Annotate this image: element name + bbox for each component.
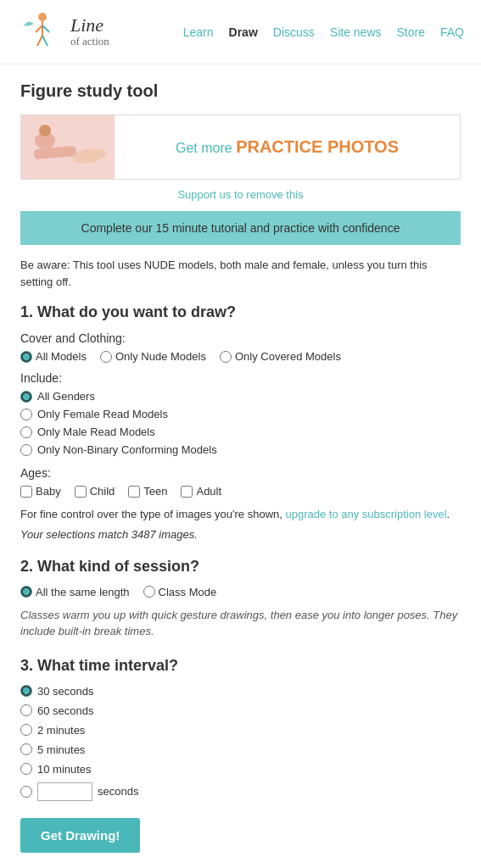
time-30s-radio[interactable] — [20, 685, 32, 697]
section-2-title: 2. What kind of session? — [20, 558, 461, 576]
svg-line-3 — [42, 25, 49, 32]
age-child-checkbox[interactable] — [75, 486, 87, 498]
session-class-radio[interactable] — [143, 586, 155, 598]
time-10m-radio[interactable] — [20, 763, 32, 775]
cover-covered-radio[interactable] — [220, 351, 232, 363]
logo[interactable]: Line of action — [17, 8, 109, 55]
age-child-label: Child — [90, 485, 115, 498]
gender-nonbinary-radio[interactable] — [20, 444, 32, 456]
cover-covered-models[interactable]: Only Covered Models — [220, 350, 341, 363]
ad-support: Support us to remove this — [20, 188, 461, 201]
get-drawing-button[interactable]: Get Drawing! — [20, 818, 140, 853]
age-adult[interactable]: Adult — [181, 485, 221, 498]
ages-options: Baby Child Teen Adult — [20, 485, 461, 498]
tutorial-text: Complete our 15 minute tutorial and prac… — [81, 221, 400, 235]
cover-nude-models[interactable]: Only Nude Models — [100, 350, 206, 363]
logo-text: Line of action — [70, 15, 109, 47]
time-60s-label: 60 seconds — [37, 704, 94, 717]
gender-male-label: Only Male Read Models — [37, 426, 155, 438]
section-2: 2. What kind of session? All the same le… — [20, 558, 461, 640]
time-5m-radio[interactable] — [20, 743, 32, 755]
cover-all-radio[interactable] — [20, 351, 32, 363]
main-content: Figure study tool Get more PRACTICE PHOT… — [0, 64, 481, 868]
cover-covered-label: Only Covered Models — [235, 350, 341, 363]
session-same-label: All the same length — [36, 586, 130, 598]
upgrade-link[interactable]: upgrade to any subscription level — [285, 508, 446, 520]
cover-nude-label: Only Nude Models — [115, 350, 206, 363]
selections-match: Your selections match 3487 images. — [20, 528, 461, 541]
cover-label: Cover and Clothing: — [20, 331, 461, 345]
time-2m-radio[interactable] — [20, 724, 32, 736]
include-all-genders[interactable]: All Genders — [20, 390, 461, 403]
age-baby-label: Baby — [36, 485, 61, 498]
time-10m-label: 10 minutes — [37, 763, 92, 776]
ad-get-more: Get more — [176, 141, 236, 155]
section-3: 3. What time interval? 30 seconds 60 sec… — [20, 657, 461, 801]
time-custom-radio[interactable] — [20, 786, 32, 798]
svg-point-0 — [38, 13, 47, 21]
gender-all-radio[interactable] — [20, 391, 32, 403]
age-baby-checkbox[interactable] — [20, 486, 32, 498]
time-custom-label: seconds — [98, 785, 138, 798]
gender-male-radio[interactable] — [20, 426, 32, 438]
time-5m[interactable]: 5 minutes — [20, 743, 461, 756]
time-5m-label: 5 minutes — [37, 743, 85, 756]
cover-all-label: All Models — [36, 350, 87, 363]
section-1: 1. What do you want to draw? Cover and C… — [20, 303, 461, 541]
age-adult-label: Adult — [196, 485, 221, 498]
cover-options: All Models Only Nude Models Only Covered… — [20, 350, 461, 363]
include-non-binary[interactable]: Only Non-Binary Conforming Models — [20, 443, 461, 456]
time-options: 30 seconds 60 seconds 2 minutes 5 minute… — [20, 685, 461, 801]
ad-image — [21, 115, 115, 179]
section-3-title: 3. What time interval? — [20, 657, 461, 675]
age-baby[interactable]: Baby — [20, 485, 61, 498]
ages-label: Ages: — [20, 466, 461, 480]
age-teen-checkbox[interactable] — [128, 486, 140, 498]
age-teen-label: Teen — [143, 485, 167, 498]
time-60s-radio[interactable] — [20, 704, 32, 716]
time-custom-input[interactable] — [37, 782, 92, 801]
nav-faq[interactable]: FAQ — [440, 25, 464, 39]
age-child[interactable]: Child — [75, 485, 115, 498]
ad-text: Get more PRACTICE PHOTOS — [115, 131, 460, 164]
nav-learn[interactable]: Learn — [183, 25, 214, 39]
session-class-mode[interactable]: Class Mode — [143, 586, 217, 598]
gender-female-radio[interactable] — [20, 409, 32, 420]
section-1-title: 1. What do you want to draw? — [20, 303, 461, 321]
ad-support-link[interactable]: Support us to remove this — [177, 188, 303, 201]
ad-banner[interactable]: Get more PRACTICE PHOTOS — [20, 114, 461, 180]
warning-text: Be aware: This tool uses NUDE models, bo… — [20, 257, 461, 290]
gender-female-label: Only Female Read Models — [37, 408, 168, 420]
session-same-length[interactable]: All the same length — [20, 586, 130, 598]
nav-draw[interactable]: Draw — [229, 25, 258, 39]
svg-line-2 — [36, 25, 42, 32]
page-title: Figure study tool — [20, 81, 461, 101]
fine-control-text: For fine control over the type of images… — [20, 506, 461, 523]
session-description: Classes warm you up with quick gesture d… — [20, 607, 461, 640]
gender-nonbinary-label: Only Non-Binary Conforming Models — [37, 443, 217, 456]
header: Line of action Learn Draw Discuss Site n… — [0, 0, 481, 64]
time-custom-row: seconds — [20, 782, 461, 801]
time-30s-label: 30 seconds — [37, 685, 94, 698]
gender-all-label: All Genders — [37, 390, 95, 403]
age-adult-checkbox[interactable] — [181, 486, 193, 498]
svg-line-5 — [42, 36, 48, 46]
nav-store[interactable]: Store — [397, 25, 425, 39]
include-male[interactable]: Only Male Read Models — [20, 426, 461, 438]
time-2m[interactable]: 2 minutes — [20, 724, 461, 737]
time-30s[interactable]: 30 seconds — [20, 685, 461, 698]
include-female[interactable]: Only Female Read Models — [20, 408, 461, 420]
age-teen[interactable]: Teen — [128, 485, 167, 498]
cover-all-models[interactable]: All Models — [20, 350, 87, 363]
time-60s[interactable]: 60 seconds — [20, 704, 461, 717]
time-2m-label: 2 minutes — [37, 724, 85, 737]
time-10m[interactable]: 10 minutes — [20, 763, 461, 776]
nav-site-news[interactable]: Site news — [330, 25, 382, 39]
nav-discuss[interactable]: Discuss — [273, 25, 315, 39]
cover-nude-radio[interactable] — [100, 351, 112, 363]
session-same-radio[interactable] — [20, 586, 32, 598]
logo-icon — [17, 8, 64, 55]
main-nav: Learn Draw Discuss Site news Store FAQ — [183, 25, 464, 39]
ad-practice: PRACTICE PHOTOS — [236, 137, 399, 156]
tutorial-bar[interactable]: Complete our 15 minute tutorial and prac… — [20, 211, 461, 245]
